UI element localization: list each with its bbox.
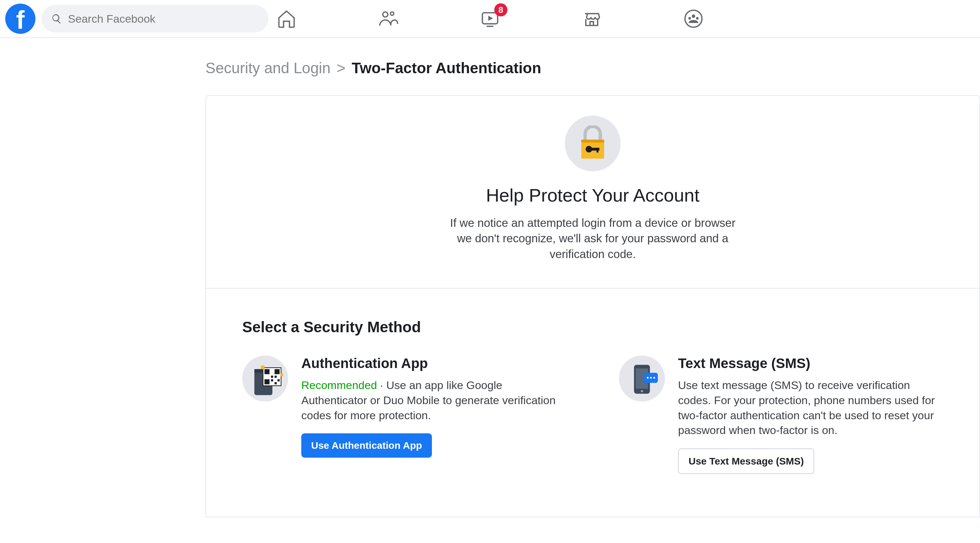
lock-key-icon — [565, 116, 620, 171]
qr-phone-icon — [242, 355, 288, 401]
svg-point-32 — [654, 377, 655, 379]
svg-rect-22 — [277, 379, 280, 382]
center-nav: 8 — [272, 4, 708, 33]
search-icon — [51, 13, 62, 25]
nav-groups[interactable] — [679, 4, 708, 33]
svg-rect-9 — [581, 140, 604, 142]
auth-app-title: Authentication App — [301, 355, 566, 371]
use-sms-button[interactable]: Use Text Message (SMS) — [678, 449, 814, 474]
svg-point-30 — [647, 377, 649, 379]
methods-section: Select a Security Method — [206, 288, 979, 517]
svg-point-1 — [390, 12, 393, 15]
method-sms: Text Message (SMS) Use text message (SMS… — [619, 355, 943, 475]
methods-heading: Select a Security Method — [242, 318, 943, 336]
breadcrumb-parent[interactable]: Security and Login — [205, 59, 331, 76]
svg-point-4 — [685, 10, 702, 27]
sms-phone-icon — [619, 355, 665, 401]
hero-section: Help Protect Your Account If we notice a… — [206, 96, 979, 288]
svg-rect-17 — [275, 369, 280, 374]
facebook-logo[interactable]: f — [5, 3, 35, 34]
recommended-tag: Recommended — [301, 379, 377, 391]
groups-icon — [683, 8, 704, 29]
hero-description: If we notice an attempted login from a d… — [442, 215, 744, 262]
svg-point-0 — [383, 12, 388, 17]
svg-point-7 — [696, 17, 699, 20]
svg-rect-25 — [280, 373, 283, 376]
breadcrumb-current: Two-Factor Authentication — [352, 59, 541, 76]
svg-point-31 — [650, 377, 652, 379]
separator-dot: · — [380, 379, 386, 391]
hero-title: Help Protect Your Account — [219, 185, 966, 206]
svg-rect-24 — [261, 365, 264, 369]
nav-marketplace[interactable] — [577, 4, 606, 33]
watch-badge: 8 — [494, 3, 508, 16]
friends-icon — [378, 8, 398, 29]
home-icon — [276, 8, 297, 29]
svg-rect-23 — [275, 382, 277, 384]
use-auth-app-button[interactable]: Use Authentication App — [301, 433, 432, 458]
svg-rect-12 — [597, 148, 599, 152]
breadcrumb: Security and Login > Two-Factor Authenti… — [205, 59, 980, 77]
sms-description: Use text message (SMS) to receive verifi… — [678, 378, 943, 438]
page-content: Security and Login > Two-Factor Authenti… — [205, 59, 980, 518]
svg-point-28 — [641, 390, 643, 392]
top-navbar: f 8 — [0, 0, 980, 38]
svg-point-6 — [689, 17, 691, 20]
svg-rect-18 — [264, 379, 269, 384]
sms-title: Text Message (SMS) — [678, 355, 943, 371]
nav-home[interactable] — [272, 4, 301, 33]
svg-rect-19 — [271, 376, 274, 378]
search-input[interactable] — [68, 13, 259, 25]
svg-rect-20 — [275, 376, 277, 378]
settings-card: Help Protect Your Account If we notice a… — [205, 95, 980, 518]
auth-app-description: Recommended · Use an app like Google Aut… — [301, 378, 566, 423]
nav-friends[interactable] — [374, 4, 403, 33]
svg-rect-21 — [271, 379, 274, 382]
svg-rect-16 — [264, 369, 269, 374]
breadcrumb-separator: > — [337, 59, 345, 76]
marketplace-icon — [582, 8, 602, 29]
search-bar[interactable] — [41, 5, 269, 32]
svg-point-5 — [692, 14, 695, 18]
nav-watch[interactable]: 8 — [475, 4, 505, 33]
method-auth-app: Authentication App Recommended · Use an … — [242, 355, 566, 475]
